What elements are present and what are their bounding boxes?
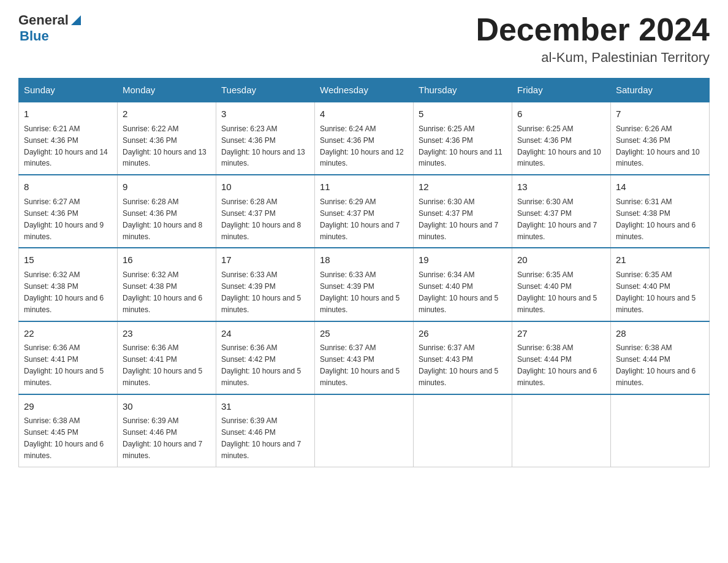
day-number: 13	[517, 180, 605, 194]
day-info: Sunrise: 6:25 AMSunset: 4:36 PMDaylight:…	[517, 124, 601, 168]
day-number: 1	[24, 107, 112, 121]
day-cell-3-2: 24 Sunrise: 6:36 AMSunset: 4:42 PMDaylig…	[216, 321, 315, 394]
day-cell-0-5: 6 Sunrise: 6:25 AMSunset: 4:36 PMDayligh…	[512, 102, 611, 175]
day-number: 23	[123, 327, 211, 340]
day-number: 3	[221, 107, 309, 121]
day-info: Sunrise: 6:33 AMSunset: 4:39 PMDaylight:…	[320, 270, 400, 314]
day-cell-1-0: 8 Sunrise: 6:27 AMSunset: 4:36 PMDayligh…	[19, 175, 118, 248]
day-cell-0-2: 3 Sunrise: 6:23 AMSunset: 4:36 PMDayligh…	[216, 102, 315, 175]
col-thursday: Thursday	[414, 79, 512, 102]
week-row-4: 22 Sunrise: 6:36 AMSunset: 4:41 PMDaylig…	[19, 321, 710, 394]
week-row-5: 29 Sunrise: 6:38 AMSunset: 4:45 PMDaylig…	[19, 394, 710, 467]
day-cell-4-2: 31 Sunrise: 6:39 AMSunset: 4:46 PMDaylig…	[216, 394, 315, 467]
day-number: 25	[320, 327, 408, 340]
day-info: Sunrise: 6:32 AMSunset: 4:38 PMDaylight:…	[24, 270, 104, 314]
day-cell-3-4: 26 Sunrise: 6:37 AMSunset: 4:43 PMDaylig…	[414, 321, 512, 394]
day-number: 20	[517, 253, 605, 267]
day-info: Sunrise: 6:33 AMSunset: 4:39 PMDaylight:…	[221, 270, 301, 314]
day-info: Sunrise: 6:36 AMSunset: 4:41 PMDaylight:…	[123, 343, 202, 387]
col-friday: Friday	[512, 79, 611, 102]
days-of-week-row: Sunday Monday Tuesday Wednesday Thursday…	[19, 79, 710, 102]
calendar-subtitle: al-Kum, Palestinian Territory	[476, 50, 710, 66]
day-number: 2	[123, 107, 211, 121]
day-cell-4-0: 29 Sunrise: 6:38 AMSunset: 4:45 PMDaylig…	[19, 394, 118, 467]
day-info: Sunrise: 6:21 AMSunset: 4:36 PMDaylight:…	[24, 124, 108, 168]
day-number: 5	[419, 107, 507, 121]
day-number: 30	[123, 400, 211, 413]
day-info: Sunrise: 6:37 AMSunset: 4:43 PMDaylight:…	[320, 343, 400, 387]
day-number: 22	[24, 327, 112, 340]
day-number: 19	[419, 253, 507, 267]
day-info: Sunrise: 6:35 AMSunset: 4:40 PMDaylight:…	[616, 270, 696, 314]
day-number: 14	[616, 180, 704, 194]
day-cell-4-5	[512, 394, 611, 467]
day-info: Sunrise: 6:32 AMSunset: 4:38 PMDaylight:…	[123, 270, 202, 314]
day-info: Sunrise: 6:38 AMSunset: 4:44 PMDaylight:…	[517, 343, 597, 387]
logo-triangle-icon	[70, 14, 82, 26]
day-number: 18	[320, 253, 408, 267]
calendar-table: Sunday Monday Tuesday Wednesday Thursday…	[18, 78, 710, 467]
week-row-2: 8 Sunrise: 6:27 AMSunset: 4:36 PMDayligh…	[19, 175, 710, 248]
day-cell-1-4: 12 Sunrise: 6:30 AMSunset: 4:37 PMDaylig…	[414, 175, 512, 248]
day-cell-0-6: 7 Sunrise: 6:26 AMSunset: 4:36 PMDayligh…	[611, 102, 710, 175]
day-number: 29	[24, 400, 112, 413]
day-info: Sunrise: 6:25 AMSunset: 4:36 PMDaylight:…	[419, 124, 502, 168]
day-info: Sunrise: 6:37 AMSunset: 4:43 PMDaylight:…	[419, 343, 498, 387]
day-info: Sunrise: 6:24 AMSunset: 4:36 PMDaylight:…	[320, 124, 404, 168]
day-cell-2-0: 15 Sunrise: 6:32 AMSunset: 4:38 PMDaylig…	[19, 248, 118, 321]
day-cell-3-5: 27 Sunrise: 6:38 AMSunset: 4:44 PMDaylig…	[512, 321, 611, 394]
day-info: Sunrise: 6:30 AMSunset: 4:37 PMDaylight:…	[517, 197, 597, 241]
day-number: 10	[221, 180, 309, 194]
day-info: Sunrise: 6:31 AMSunset: 4:38 PMDaylight:…	[616, 197, 696, 241]
day-number: 24	[221, 327, 309, 340]
day-info: Sunrise: 6:34 AMSunset: 4:40 PMDaylight:…	[419, 270, 498, 314]
day-number: 9	[123, 180, 211, 194]
day-number: 12	[419, 180, 507, 194]
logo-text-general: General	[18, 12, 69, 28]
day-number: 4	[320, 107, 408, 121]
day-info: Sunrise: 6:27 AMSunset: 4:36 PMDaylight:…	[24, 197, 104, 241]
day-cell-2-6: 21 Sunrise: 6:35 AMSunset: 4:40 PMDaylig…	[611, 248, 710, 321]
day-info: Sunrise: 6:39 AMSunset: 4:46 PMDaylight:…	[123, 416, 202, 460]
day-info: Sunrise: 6:38 AMSunset: 4:45 PMDaylight:…	[24, 416, 104, 460]
day-cell-4-1: 30 Sunrise: 6:39 AMSunset: 4:46 PMDaylig…	[118, 394, 216, 467]
day-cell-1-3: 11 Sunrise: 6:29 AMSunset: 4:37 PMDaylig…	[315, 175, 414, 248]
day-info: Sunrise: 6:23 AMSunset: 4:36 PMDaylight:…	[221, 124, 305, 168]
day-number: 16	[123, 253, 211, 267]
day-number: 27	[517, 327, 605, 340]
day-cell-1-2: 10 Sunrise: 6:28 AMSunset: 4:37 PMDaylig…	[216, 175, 315, 248]
day-cell-2-4: 19 Sunrise: 6:34 AMSunset: 4:40 PMDaylig…	[414, 248, 512, 321]
day-info: Sunrise: 6:26 AMSunset: 4:36 PMDaylight:…	[616, 124, 700, 168]
day-number: 11	[320, 180, 408, 194]
day-number: 6	[517, 107, 605, 121]
logo-text-blue: Blue	[20, 28, 49, 44]
day-cell-0-4: 5 Sunrise: 6:25 AMSunset: 4:36 PMDayligh…	[414, 102, 512, 175]
day-info: Sunrise: 6:30 AMSunset: 4:37 PMDaylight:…	[419, 197, 498, 241]
col-saturday: Saturday	[611, 79, 710, 102]
logo-content: General Blue	[18, 12, 82, 44]
day-cell-2-2: 17 Sunrise: 6:33 AMSunset: 4:39 PMDaylig…	[216, 248, 315, 321]
day-cell-3-1: 23 Sunrise: 6:36 AMSunset: 4:41 PMDaylig…	[118, 321, 216, 394]
day-info: Sunrise: 6:22 AMSunset: 4:36 PMDaylight:…	[123, 124, 207, 168]
day-info: Sunrise: 6:29 AMSunset: 4:37 PMDaylight:…	[320, 197, 400, 241]
day-info: Sunrise: 6:36 AMSunset: 4:41 PMDaylight:…	[24, 343, 104, 387]
day-cell-1-6: 14 Sunrise: 6:31 AMSunset: 4:38 PMDaylig…	[611, 175, 710, 248]
day-info: Sunrise: 6:35 AMSunset: 4:40 PMDaylight:…	[517, 270, 597, 314]
day-cell-4-6	[611, 394, 710, 467]
day-number: 26	[419, 327, 507, 340]
col-monday: Monday	[118, 79, 216, 102]
col-tuesday: Tuesday	[216, 79, 315, 102]
day-number: 17	[221, 253, 309, 267]
day-cell-2-3: 18 Sunrise: 6:33 AMSunset: 4:39 PMDaylig…	[315, 248, 414, 321]
day-number: 15	[24, 253, 112, 267]
logo: General Blue	[18, 12, 82, 44]
day-number: 31	[221, 400, 309, 413]
day-cell-4-3	[315, 394, 414, 467]
day-cell-3-3: 25 Sunrise: 6:37 AMSunset: 4:43 PMDaylig…	[315, 321, 414, 394]
title-section: December 2024 al-Kum, Palestinian Territ…	[476, 12, 710, 66]
calendar-header: Sunday Monday Tuesday Wednesday Thursday…	[19, 79, 710, 102]
day-cell-2-1: 16 Sunrise: 6:32 AMSunset: 4:38 PMDaylig…	[118, 248, 216, 321]
calendar-body: 1 Sunrise: 6:21 AMSunset: 4:36 PMDayligh…	[19, 102, 710, 467]
page-header: General Blue December 2024 al-Kum, Pales…	[18, 12, 710, 66]
day-cell-0-0: 1 Sunrise: 6:21 AMSunset: 4:36 PMDayligh…	[19, 102, 118, 175]
